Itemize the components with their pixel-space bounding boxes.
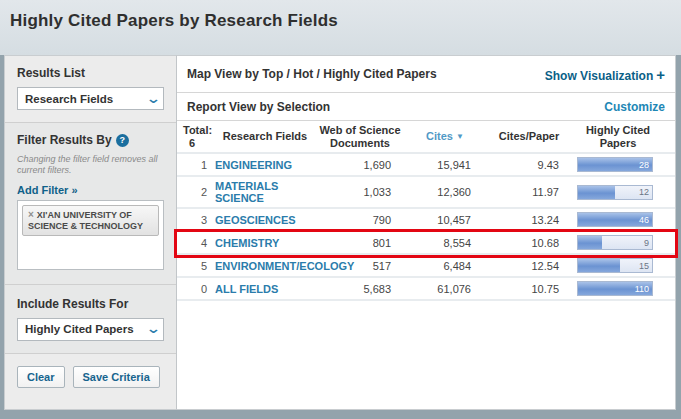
hcp-bar-value: 15 [639, 259, 649, 272]
remove-filter-icon[interactable]: × [28, 209, 34, 220]
report-view-title: Report View by Selection [187, 100, 330, 114]
page-title: Highly Cited Papers by Research Fields [10, 11, 671, 31]
table-row: 0 ALL FIELDS 5,683 61,076 10.75 110 [177, 278, 675, 301]
hcp-bar: 28 [577, 157, 653, 172]
hcp-bar-cell: 28 [573, 157, 663, 172]
main-panel: Map View by Top / Hot / Highly Cited Pap… [177, 55, 676, 410]
research-field-link[interactable]: MATERIALS SCIENCE [215, 180, 315, 204]
row-number: 2 [181, 186, 215, 198]
research-field-link[interactable]: ENVIRONMENT/ECOLOGY [215, 260, 315, 272]
cites-value: 12,360 [405, 186, 485, 198]
page: Highly Cited Papers by Research Fields R… [0, 0, 681, 419]
page-body: Results List Research Fields ⌄ Filter Re… [0, 55, 681, 419]
row-number: 4 [181, 237, 215, 249]
table-row: 3 GEOSCIENCES 790 10,457 13.24 46 [177, 209, 675, 232]
documents-value: 517 [315, 260, 405, 272]
documents-value: 5,683 [315, 283, 405, 295]
column-header-research-fields: Research Fields [215, 130, 315, 143]
table-row: 5 ENVIRONMENT/ECOLOGY 517 6,484 12.54 15 [177, 255, 675, 278]
row-number: 0 [181, 283, 215, 295]
research-field-link[interactable]: ENGINEERING [215, 159, 315, 171]
hcp-bar-value: 28 [639, 158, 649, 171]
filter-section: Filter Results By? Changing the filter f… [5, 123, 176, 353]
total-count: Total:6 [181, 124, 215, 149]
hcp-bar-value: 110 [635, 282, 649, 295]
results-list-section: Results List Research Fields ⌄ [5, 56, 176, 122]
cites-value: 15,941 [405, 159, 485, 171]
cites-value: 10,457 [405, 214, 485, 226]
research-field-link[interactable]: ALL FIELDS [215, 283, 315, 295]
row-number: 5 [181, 260, 215, 272]
column-header-highly-cited-papers: Highly Cited Papers [573, 124, 663, 149]
table-row: 1 ENGINEERING 1,690 15,941 9.43 28 [177, 154, 675, 177]
documents-value: 801 [315, 237, 405, 249]
results-list-dropdown[interactable]: Research Fields ⌄ [17, 87, 164, 110]
cites-value: 61,076 [405, 283, 485, 295]
hcp-bar-cell: 15 [573, 258, 663, 273]
page-header: Highly Cited Papers by Research Fields [0, 0, 681, 55]
sidebar-divider [5, 284, 176, 285]
row-number: 3 [181, 214, 215, 226]
table-body: 1 ENGINEERING 1,690 15,941 9.43 28 2 MAT… [177, 154, 675, 301]
hcp-bar-fill [578, 259, 620, 272]
map-view-title: Map View by Top / Hot / Highly Cited Pap… [187, 67, 437, 81]
cites-value: 8,554 [405, 237, 485, 249]
cites-per-paper-value: 10.75 [485, 283, 573, 295]
filter-tag-institution[interactable]: ×XI'AN UNIVERSITY OF SCIENCE & TECHNOLOG… [22, 205, 159, 237]
hcp-bar-cell: 9 [573, 235, 663, 250]
hcp-bar-value: 12 [639, 186, 649, 199]
table-header: Total:6 Research Fields Web of Science D… [177, 121, 675, 154]
sidebar-buttons: Clear Save Criteria [5, 354, 176, 419]
show-visualization-link[interactable]: Show Visualization+ [545, 66, 665, 83]
hcp-bar-cell: 46 [573, 212, 663, 227]
add-filter-link[interactable]: Add Filter » [17, 184, 78, 196]
cites-per-paper-value: 13.24 [485, 214, 573, 226]
chevron-down-icon: ⌄ [146, 324, 161, 334]
map-view-bar: Map View by Top / Hot / Highly Cited Pap… [177, 56, 675, 93]
hcp-bar: 110 [577, 281, 653, 296]
hcp-bar-value: 46 [639, 213, 649, 226]
plus-icon: + [656, 66, 665, 83]
hcp-bar: 12 [577, 185, 653, 200]
chevron-down-icon: ⌄ [146, 94, 161, 104]
hcp-bar: 46 [577, 212, 653, 227]
sort-desc-icon: ▼ [456, 132, 464, 141]
column-header-cites-per-paper: Cites/Paper [485, 130, 573, 143]
results-list-label: Results List [17, 66, 164, 80]
filter-listbox: ×XI'AN UNIVERSITY OF SCIENCE & TECHNOLOG… [17, 200, 164, 270]
table-row: 2 MATERIALS SCIENCE 1,033 12,360 11.97 1… [177, 177, 675, 209]
cites-per-paper-value: 11.97 [485, 186, 573, 198]
include-results-dropdown[interactable]: Highly Cited Papers ⌄ [17, 318, 164, 341]
hcp-bar: 9 [577, 235, 653, 250]
research-field-link[interactable]: CHEMISTRY [215, 237, 315, 249]
results-list-selected-value: Research Fields [25, 93, 113, 105]
hcp-bar-fill [578, 236, 602, 249]
sidebar: Results List Research Fields ⌄ Filter Re… [4, 55, 177, 410]
help-icon[interactable]: ? [116, 134, 129, 147]
filter-note: Changing the filter field removes all cu… [17, 154, 164, 177]
hcp-bar-value: 9 [644, 236, 649, 249]
hcp-bar-cell: 110 [573, 281, 663, 296]
cites-per-paper-value: 10.68 [485, 237, 573, 249]
cites-per-paper-value: 9.43 [485, 159, 573, 171]
customize-link[interactable]: Customize [604, 100, 665, 114]
cites-value: 6,484 [405, 260, 485, 272]
clear-button[interactable]: Clear [17, 366, 65, 388]
filter-results-by-label: Filter Results By? [17, 133, 164, 147]
column-header-documents: Web of Science Documents [315, 124, 405, 149]
hcp-bar-cell: 12 [573, 185, 663, 200]
row-number: 1 [181, 159, 215, 171]
include-results-label: Include Results For [17, 297, 164, 311]
hcp-bar: 15 [577, 258, 653, 273]
documents-value: 1,033 [315, 186, 405, 198]
cites-per-paper-value: 12.54 [485, 260, 573, 272]
include-results-selected-value: Highly Cited Papers [25, 323, 134, 335]
research-field-link[interactable]: GEOSCIENCES [215, 214, 315, 226]
table-row: 4 CHEMISTRY 801 8,554 10.68 9 [177, 232, 675, 255]
filter-tag-label: XI'AN UNIVERSITY OF SCIENCE & TECHNOLOGY [28, 210, 143, 232]
column-header-cites-sorted[interactable]: Cites ▼ [405, 130, 485, 143]
documents-value: 1,690 [315, 159, 405, 171]
save-criteria-button[interactable]: Save Criteria [73, 366, 160, 388]
hcp-bar-fill [578, 186, 615, 199]
documents-value: 790 [315, 214, 405, 226]
